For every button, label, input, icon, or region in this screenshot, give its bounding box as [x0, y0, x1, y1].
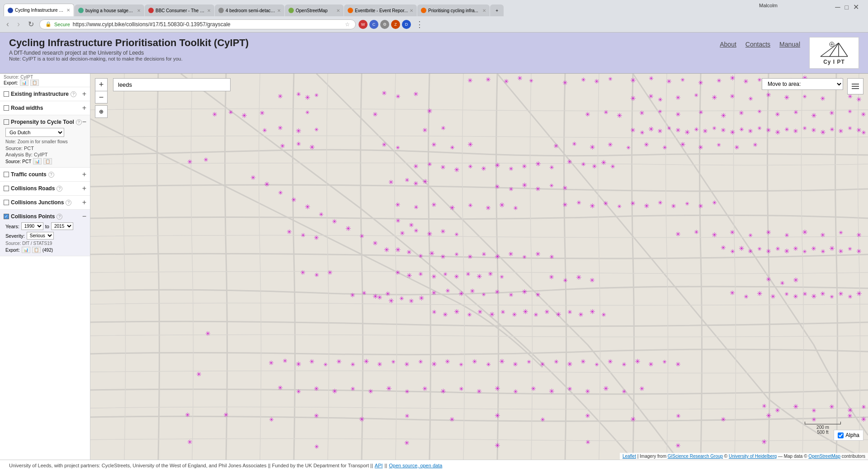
collpoints-source: Source: DfT / STATS19 [5, 241, 86, 246]
tab-4bed[interactable]: 4 bedroom semi-detach... ✕ [215, 5, 284, 16]
existing-checkbox[interactable] [4, 91, 9, 97]
map-roads-svg [90, 74, 868, 460]
tab-osm-close[interactable]: ✕ [336, 8, 340, 13]
move-to-area: Move to area: England Leeds London [762, 78, 843, 90]
collroads-checkbox[interactable] [4, 186, 9, 191]
cyipt-logo: Cy I PT [809, 37, 859, 69]
existing-help-icon[interactable]: ? [71, 91, 76, 97]
export-csv-btn-top[interactable]: 📋 [30, 80, 39, 86]
toolbar-icon-3[interactable]: ⚙ [380, 20, 389, 29]
pct-minus-icon[interactable]: − [82, 118, 86, 126]
close-icon[interactable]: ✕ [853, 3, 859, 11]
existing-plus-icon[interactable]: + [82, 90, 86, 98]
toolbar-menu[interactable]: ⋮ [415, 19, 424, 29]
secure-icon: 🔒 [45, 21, 52, 27]
sidebar: Source: CyIPT Export: 📊 📋 Existing infra… [0, 74, 90, 460]
pct-export-xls[interactable]: 📊 [33, 158, 42, 164]
year-to-select[interactable]: 2015201020052000 [51, 222, 73, 230]
giscience-link[interactable]: GIScience Research Group [668, 454, 723, 459]
tab-eventbrite[interactable]: Eventbrite - Event Repor... ✕ [344, 5, 417, 16]
collroads-plus-icon[interactable]: + [82, 184, 86, 193]
collroads-help-icon[interactable]: ? [57, 186, 62, 192]
tab-prioritising-label: Prioritising cycling infra... [428, 8, 478, 13]
bottom-bar: University of Leeds, with project partne… [0, 460, 868, 470]
tab-buying[interactable]: buying a house satges?? ✕ [75, 5, 144, 16]
app-title: Cycling Infrastructure Prioritisation To… [9, 37, 249, 49]
map-container[interactable]: ✳ ✳ ✳ ✳ ✳ ✳ ✳ ✳ ✳ ✳ ✳ ✳ ✳ ✳ ✳ ✳ ✳ [90, 74, 868, 460]
colljunctions-checkbox[interactable] [4, 200, 9, 205]
open-source-link[interactable]: Open source, open data [389, 463, 442, 468]
existing-title: Existing infrastructure [11, 91, 69, 97]
tab-cyipt[interactable]: Cycling Infrastructure Pr... ✕ [4, 4, 74, 16]
toolbar-icon-4[interactable]: Z [391, 20, 400, 29]
forward-button[interactable]: › [14, 19, 23, 30]
address-star-icon[interactable]: ☆ [345, 21, 350, 28]
pct-dropdown[interactable]: Go Dutch Census 2011 Ebike [5, 128, 64, 137]
tab-osm[interactable]: OpenStreetMap ✕ [285, 5, 344, 16]
nav-contacts[interactable]: Contacts [745, 41, 770, 48]
browser-tabs: Cycling Infrastructure Pr... ✕ buying a … [4, 4, 504, 16]
address-bar[interactable]: 🔒 Secure https://www.cyipt.bike/collisio… [39, 19, 356, 29]
collpoints-minus-icon[interactable]: − [82, 212, 86, 221]
zoom-in-button[interactable]: + [95, 78, 108, 91]
scale-bar: 200 m 500 ft [805, 422, 841, 435]
traffic-plus-icon[interactable]: + [82, 170, 86, 179]
year-from-select[interactable]: 199019952000200520102015 [21, 222, 43, 230]
roadwidths-title: Road widths [11, 105, 43, 111]
pct-export-csv[interactable]: 📋 [43, 158, 52, 164]
north-button[interactable]: ⊕ [95, 105, 108, 118]
collpoints-checkbox[interactable]: ✓ [4, 214, 9, 219]
roadwidths-plus-icon[interactable]: + [82, 104, 86, 112]
toolbar-icon-1[interactable]: W [359, 20, 368, 29]
map-zoom-controls: + − ⊕ [95, 78, 108, 118]
tab-prioritising-close[interactable]: ✕ [482, 8, 486, 13]
severity-select[interactable]: SeriousFatalSlightAll [27, 232, 54, 240]
tab-buying-close[interactable]: ✕ [137, 8, 141, 13]
colljunctions-plus-icon[interactable]: + [82, 198, 86, 207]
back-button[interactable]: ‹ [4, 19, 12, 30]
tab-prioritising[interactable]: Prioritising cycling infra... ✕ [417, 5, 490, 16]
minimize-icon[interactable]: ─ [835, 3, 840, 11]
toolbar-icon-2[interactable]: C [369, 20, 378, 29]
toolbar-icon-5[interactable]: D [402, 20, 411, 29]
tab-cyipt-close[interactable]: ✕ [66, 8, 70, 13]
roadwidths-checkbox[interactable] [4, 105, 9, 111]
refresh-button[interactable]: ↻ [25, 19, 37, 29]
tab-bbc[interactable]: BBC Consumer - The ho... ✕ [145, 5, 214, 16]
tab-4bed-close[interactable]: ✕ [277, 8, 281, 13]
section-traffic-counts: Traffic counts ? + [0, 168, 90, 182]
section-road-widths: Road widths + [0, 101, 90, 115]
pct-help-icon[interactable]: ? [76, 119, 82, 125]
tab-bbc-close[interactable]: ✕ [207, 8, 211, 13]
tab-new[interactable]: + [490, 5, 504, 16]
colljunctions-help-icon[interactable]: ? [66, 200, 71, 206]
tab-eventbrite-close[interactable]: ✕ [410, 8, 413, 13]
pct-export-label: Source: PCT [5, 159, 31, 164]
colljunctions-title: Collisions Junctions [11, 199, 64, 206]
section-existing-infrastructure: Existing infrastructure ? + [0, 87, 90, 101]
osm-link[interactable]: OpenStreetMap [808, 454, 840, 459]
restore-icon[interactable]: □ [845, 4, 849, 11]
export-xls-btn-top[interactable]: 📊 [20, 80, 28, 86]
nav-manual[interactable]: Manual [779, 41, 800, 48]
leaflet-link[interactable]: Leaflet [623, 454, 636, 459]
zoom-out-button[interactable]: − [95, 91, 108, 103]
map-search-input[interactable] [113, 78, 231, 91]
address-url: https://www.cyipt.bike/collisions/#17/51… [73, 21, 231, 28]
collpoints-export-csv[interactable]: 📋 [32, 247, 41, 253]
move-to-select[interactable]: Move to area: England Leeds London [762, 78, 843, 90]
app-subtitle: A DfT-funded research project at the Uni… [9, 50, 249, 56]
api-link[interactable]: API [375, 463, 383, 468]
layers-control[interactable] [847, 78, 863, 94]
app-note: Note: CyIPT is a tool to aid decision-ma… [9, 56, 249, 61]
pct-checkbox[interactable] [4, 119, 9, 125]
scale-200m: 200 m [805, 425, 841, 430]
nav-about[interactable]: About [720, 41, 736, 48]
collpoints-help-icon[interactable]: ? [57, 214, 62, 220]
svg-line-4 [839, 43, 848, 56]
traffic-help-icon[interactable]: ? [48, 172, 54, 178]
traffic-checkbox[interactable] [4, 172, 9, 177]
collpoints-export-xls[interactable]: 📊 [22, 247, 30, 253]
heidelberg-link[interactable]: University of Heidelberg [729, 454, 777, 459]
section-pct: Propensity to Cycle Tool ? − Go Dutch Ce… [0, 115, 90, 168]
